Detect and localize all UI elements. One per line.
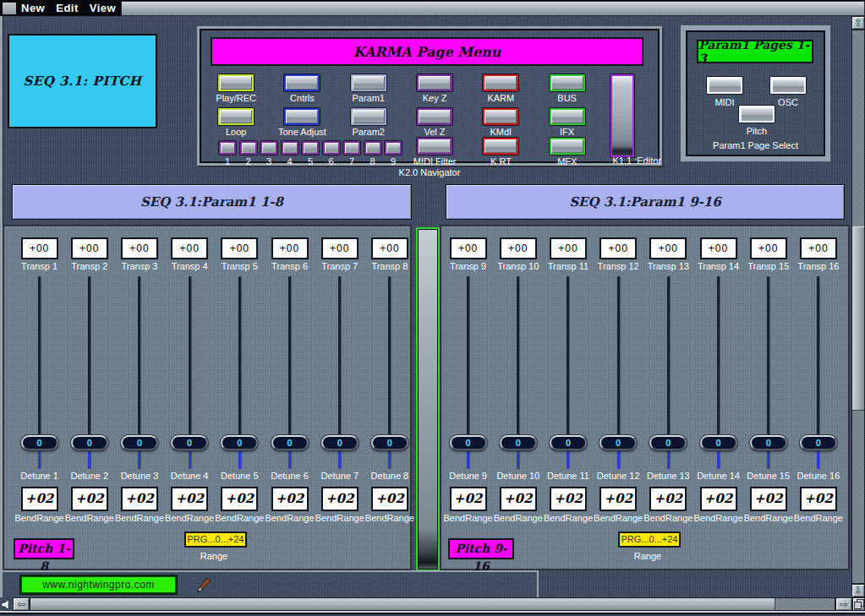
param1-page-button-midi[interactable] bbox=[707, 77, 742, 94]
karma-page-button[interactable] bbox=[351, 108, 386, 125]
karma-page-button[interactable] bbox=[284, 74, 320, 91]
menu-item[interactable]: Edit bbox=[56, 2, 79, 14]
menu-item[interactable]: New bbox=[21, 2, 45, 14]
detune-slider-handle[interactable]: 0 bbox=[750, 435, 787, 450]
detune-slider-handle[interactable]: 0 bbox=[450, 435, 487, 450]
bendrange-value-box[interactable]: +02 bbox=[450, 487, 487, 511]
detune-slider[interactable]: 0 bbox=[793, 276, 843, 469]
transpose-value-box[interactable]: +00 bbox=[21, 237, 58, 259]
param1-page-button-pitch[interactable] bbox=[739, 106, 775, 123]
detune-slider[interactable]: 0 bbox=[493, 276, 543, 469]
bendrange-value-box[interactable]: +02 bbox=[500, 487, 537, 511]
karma-index-button[interactable] bbox=[282, 141, 298, 155]
range-value-box[interactable]: PRG...0...+24 bbox=[618, 532, 681, 548]
karma-page-button[interactable] bbox=[351, 74, 386, 91]
karma-page-button[interactable] bbox=[218, 74, 254, 91]
detune-slider[interactable]: 0 bbox=[114, 276, 164, 469]
transpose-value-box[interactable]: +00 bbox=[271, 237, 309, 259]
transpose-value-box[interactable]: +00 bbox=[171, 237, 208, 259]
transpose-value-box[interactable]: +00 bbox=[221, 237, 258, 259]
detune-slider-handle[interactable]: 0 bbox=[700, 435, 737, 450]
detune-slider[interactable]: 0 bbox=[364, 276, 414, 469]
karma-page-button[interactable] bbox=[483, 74, 518, 91]
detune-slider[interactable]: 0 bbox=[693, 276, 743, 469]
detune-slider-handle[interactable]: 0 bbox=[171, 435, 208, 450]
karma-index-button[interactable] bbox=[323, 141, 340, 155]
karma-index-button[interactable] bbox=[364, 141, 381, 155]
bendrange-value-box[interactable]: +02 bbox=[599, 487, 637, 511]
center-divider-fader[interactable] bbox=[416, 227, 440, 571]
karma-page-button[interactable] bbox=[417, 138, 452, 155]
transpose-value-box[interactable]: +00 bbox=[71, 237, 108, 259]
karma-page-button[interactable] bbox=[483, 108, 518, 125]
bendrange-value-box[interactable]: +02 bbox=[271, 487, 309, 511]
karma-page-button[interactable] bbox=[284, 108, 320, 125]
karma-page-button[interactable] bbox=[417, 74, 452, 91]
detune-slider[interactable]: 0 bbox=[64, 276, 114, 469]
detune-slider-handle[interactable]: 0 bbox=[271, 435, 309, 450]
bendrange-value-box[interactable]: +02 bbox=[221, 487, 258, 511]
bendrange-value-box[interactable]: +02 bbox=[750, 487, 787, 511]
bendrange-value-box[interactable]: +02 bbox=[800, 487, 837, 511]
detune-slider-handle[interactable]: 0 bbox=[800, 435, 837, 450]
karma-page-button[interactable] bbox=[218, 108, 254, 125]
karma-index-button[interactable] bbox=[385, 141, 402, 155]
transpose-value-box[interactable]: +00 bbox=[371, 237, 408, 259]
detune-slider[interactable]: 0 bbox=[14, 276, 64, 469]
detune-slider-handle[interactable]: 0 bbox=[71, 435, 108, 450]
karma-index-button[interactable] bbox=[302, 141, 319, 155]
karma-index-button[interactable] bbox=[260, 141, 277, 155]
bendrange-value-box[interactable]: +02 bbox=[121, 487, 158, 511]
transpose-value-box[interactable]: +00 bbox=[750, 237, 787, 259]
bendrange-value-box[interactable]: +02 bbox=[550, 487, 587, 511]
detune-slider-handle[interactable]: 0 bbox=[550, 435, 587, 450]
karma-page-button[interactable] bbox=[550, 108, 585, 125]
bendrange-value-box[interactable]: +02 bbox=[21, 487, 58, 511]
karma-page-button[interactable] bbox=[417, 108, 452, 125]
detune-slider-handle[interactable]: 0 bbox=[599, 435, 637, 450]
detune-slider-handle[interactable]: 0 bbox=[121, 435, 158, 450]
karma-page-button[interactable] bbox=[550, 138, 585, 155]
detune-slider-handle[interactable]: 0 bbox=[371, 435, 408, 450]
detune-slider[interactable]: 0 bbox=[643, 276, 693, 469]
bendrange-value-box[interactable]: +02 bbox=[71, 487, 108, 511]
scroll-down-button[interactable]: ⇩ bbox=[851, 584, 865, 597]
karma-page-button[interactable] bbox=[483, 138, 518, 155]
detune-slider[interactable]: 0 bbox=[215, 276, 265, 469]
bendrange-value-box[interactable]: +02 bbox=[371, 487, 408, 511]
transpose-value-box[interactable]: +00 bbox=[450, 237, 487, 259]
karma-index-button[interactable] bbox=[219, 141, 236, 155]
detune-slider[interactable]: 0 bbox=[265, 276, 315, 469]
detune-slider-handle[interactable]: 0 bbox=[221, 435, 258, 450]
transpose-value-box[interactable]: +00 bbox=[550, 237, 587, 259]
range-value-box[interactable]: PRG...0...+24 bbox=[184, 532, 247, 548]
transpose-value-box[interactable]: +00 bbox=[649, 237, 687, 259]
title-bar[interactable] bbox=[121, 1, 865, 16]
window-widget-box[interactable] bbox=[2, 2, 17, 15]
karma-page-button[interactable] bbox=[550, 74, 585, 91]
website-link-button[interactable]: www.nightwingpro.com bbox=[20, 575, 177, 594]
bendrange-value-box[interactable]: +02 bbox=[321, 487, 359, 511]
transpose-value-box[interactable]: +00 bbox=[321, 237, 359, 259]
param1-page-button-osc[interactable] bbox=[770, 77, 806, 94]
bendrange-value-box[interactable]: +02 bbox=[700, 487, 737, 511]
bendrange-value-box[interactable]: +02 bbox=[649, 487, 687, 511]
karma-index-button[interactable] bbox=[240, 141, 257, 155]
detune-slider[interactable]: 0 bbox=[743, 276, 793, 469]
detune-slider[interactable]: 0 bbox=[165, 276, 215, 469]
detune-slider[interactable]: 0 bbox=[443, 276, 493, 469]
transpose-value-box[interactable]: +00 bbox=[599, 237, 637, 259]
transpose-value-box[interactable]: +00 bbox=[121, 237, 158, 259]
k1-editor-fader[interactable] bbox=[610, 74, 634, 157]
bendrange-value-box[interactable]: +02 bbox=[171, 487, 208, 511]
detune-slider[interactable]: 0 bbox=[594, 276, 643, 469]
horizontal-scrollbar-track[interactable] bbox=[30, 597, 835, 611]
detune-slider[interactable]: 0 bbox=[315, 276, 364, 469]
horizontal-scrollbar-thumb[interactable] bbox=[30, 598, 775, 610]
vertical-scrollbar-track[interactable] bbox=[851, 30, 865, 584]
detune-slider-handle[interactable]: 0 bbox=[21, 435, 58, 450]
detune-slider[interactable]: 0 bbox=[543, 276, 593, 469]
karma-index-button[interactable] bbox=[343, 141, 360, 155]
transpose-value-box[interactable]: +00 bbox=[500, 237, 537, 259]
detune-slider-handle[interactable]: 0 bbox=[500, 435, 537, 450]
